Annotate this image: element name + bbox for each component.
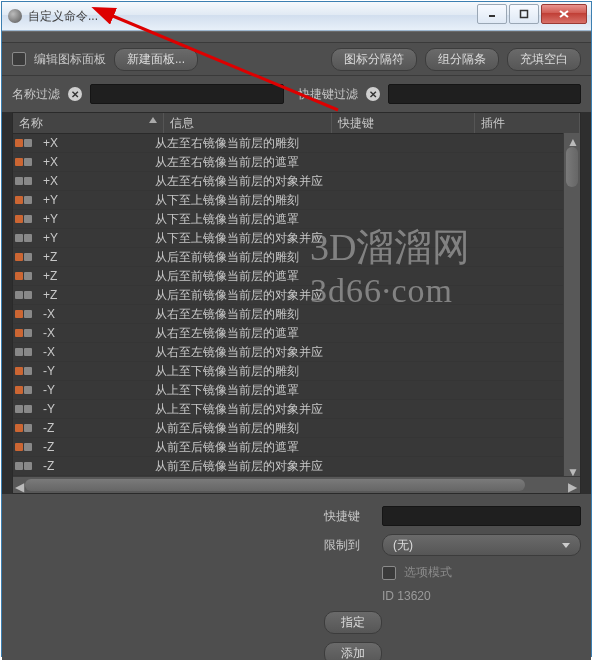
fill-blank-button[interactable]: 充填空白 [507,48,581,71]
row-icon [15,291,23,299]
scroll-down-icon[interactable]: ▼ [567,465,577,475]
assign-button[interactable]: 指定 [324,611,382,634]
row-icons [13,386,41,394]
row-icons [13,177,41,185]
table-row[interactable]: -Z从前至后镜像当前层的遮罩 [13,438,580,457]
row-name: +Y [41,193,155,207]
row-name: -X [41,345,155,359]
row-icon [24,158,32,166]
row-icon [24,177,32,185]
table-row[interactable]: +Z从后至前镜像当前层的对象并应 [13,286,580,305]
window-frame: 自定义命令... 编辑图标面板 新建面板... 图标分隔符 组分隔条 充填空白 … [1,1,592,657]
row-icons [13,310,41,318]
maximize-icon [519,9,529,19]
row-icons [13,234,41,242]
grip-bar[interactable] [2,31,591,43]
row-name: +Y [41,212,155,226]
table-row[interactable]: -X从右至左镜像当前层的遮罩 [13,324,580,343]
table-row[interactable]: -Y从上至下镜像当前层的雕刻 [13,362,580,381]
column-plugin[interactable]: 插件 [475,113,580,133]
row-icon [15,253,23,261]
icon-separator-button[interactable]: 图标分隔符 [331,48,417,71]
row-name: -Z [41,459,155,473]
column-name[interactable]: 名称 [13,113,164,133]
row-name: -Y [41,383,155,397]
table-row[interactable]: -Y从上至下镜像当前层的对象并应 [13,400,580,419]
row-info: 从右至左镜像当前层的对象并应 [155,344,455,361]
table-row[interactable]: +Z从后至前镜像当前层的雕刻 [13,248,580,267]
add-button[interactable]: 添加 [324,642,382,660]
row-info: 从左至右镜像当前层的对象并应 [155,173,455,190]
row-icon [15,443,23,451]
table-row[interactable]: +Y从下至上镜像当前层的遮罩 [13,210,580,229]
row-icon [24,139,32,147]
edit-icon-panel-label: 编辑图标面板 [34,51,106,68]
maximize-button[interactable] [509,4,539,24]
vertical-scroll-thumb[interactable] [566,147,578,187]
row-icons [13,291,41,299]
row-info: 从上至下镜像当前层的雕刻 [155,363,455,380]
scroll-right-icon[interactable]: ▶ [568,480,578,490]
row-icon [15,310,23,318]
shortcut-filter-input[interactable] [388,84,582,104]
shortcut-filter-clear-icon[interactable]: ✕ [366,87,380,101]
row-icons [13,348,41,356]
table-row[interactable]: +Y从下至上镜像当前层的对象并应 [13,229,580,248]
row-icons [13,329,41,337]
row-name: +Y [41,231,155,245]
table-row[interactable]: +X从左至右镜像当前层的对象并应 [13,172,580,191]
command-id-label: ID 13620 [324,589,581,603]
row-icon [24,367,32,375]
table-row[interactable]: -Y从上至下镜像当前层的遮罩 [13,381,580,400]
row-icon [15,367,23,375]
shortcut-input[interactable] [382,506,581,526]
row-icon [24,443,32,451]
shortcut-filter-label: 快捷键过滤 [298,86,358,103]
edit-icon-panel-checkbox[interactable] [12,52,26,66]
horizontal-scrollbar[interactable]: ◀ ▶ [13,476,580,493]
scroll-up-icon[interactable]: ▲ [567,135,577,145]
name-filter-input[interactable] [90,84,284,104]
row-icons [13,215,41,223]
close-button[interactable] [541,4,587,24]
row-info: 从前至后镜像当前层的遮罩 [155,439,455,456]
window-title: 自定义命令... [28,8,98,25]
row-icon [15,177,23,185]
horizontal-scroll-thumb[interactable] [25,479,525,491]
row-icons [13,158,41,166]
restrict-dropdown[interactable]: (无) [382,534,581,556]
minimize-button[interactable] [477,4,507,24]
row-info: 从左至右镜像当前层的遮罩 [155,154,455,171]
table-row[interactable]: -Z从前至后镜像当前层的雕刻 [13,419,580,438]
column-info[interactable]: 信息 [164,113,332,133]
row-info: 从右至左镜像当前层的遮罩 [155,325,455,342]
titlebar[interactable]: 自定义命令... [2,2,591,31]
column-name-label: 名称 [19,116,43,130]
table-row[interactable]: +X从左至右镜像当前层的雕刻 [13,134,580,153]
table-row[interactable]: +Y从下至上镜像当前层的雕刻 [13,191,580,210]
close-icon [558,9,570,19]
row-icon [24,386,32,394]
group-separator-button[interactable]: 组分隔条 [425,48,499,71]
row-info: 从前至后镜像当前层的雕刻 [155,420,455,437]
option-mode-checkbox[interactable] [382,566,396,580]
vertical-scrollbar[interactable]: ▲ ▼ [563,133,580,477]
new-panel-button[interactable]: 新建面板... [114,48,198,71]
table-row[interactable]: -Z从前至后镜像当前层的对象并应 [13,457,580,476]
row-icon [15,424,23,432]
name-filter-clear-icon[interactable]: ✕ [68,87,82,101]
detail-right: 快捷键 限制到 (无) 选项模式 ID 13620 指定 添加 删除 [324,506,581,660]
table-row[interactable]: +X从左至右镜像当前层的遮罩 [13,153,580,172]
row-icon [24,329,32,337]
row-icon [24,215,32,223]
table-row[interactable]: -X从右至左镜像当前层的雕刻 [13,305,580,324]
table-row[interactable]: -X从右至左镜像当前层的对象并应 [13,343,580,362]
column-shortcut[interactable]: 快捷键 [332,113,475,133]
detail-left [12,506,312,660]
filter-row: 名称过滤 ✕ 快捷键过滤 ✕ [2,76,591,112]
row-icon [24,234,32,242]
table-row[interactable]: +Z从后至前镜像当前层的遮罩 [13,267,580,286]
scroll-left-icon[interactable]: ◀ [15,480,25,490]
row-icons [13,196,41,204]
row-info: 从上至下镜像当前层的对象并应 [155,401,455,418]
